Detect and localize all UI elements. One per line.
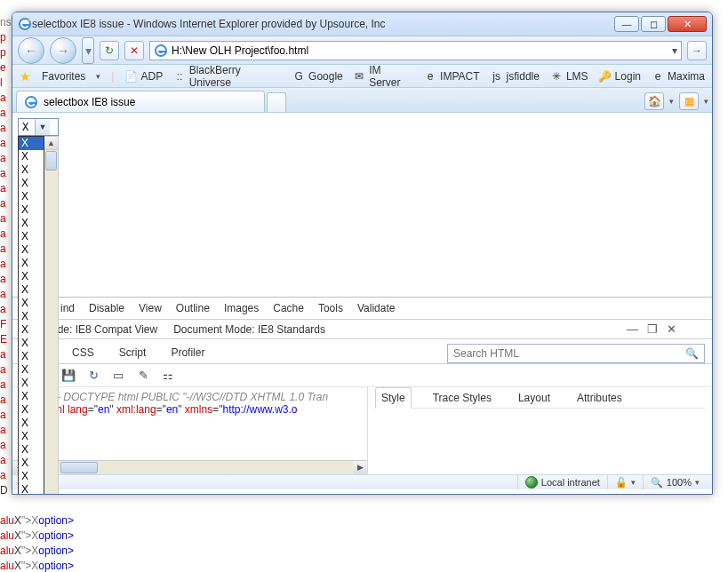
devtools-menu-item[interactable]: Validate bbox=[357, 302, 395, 314]
go-button[interactable]: → bbox=[687, 41, 707, 60]
devtools-search[interactable]: 🔍 bbox=[447, 344, 705, 363]
favorite-link[interactable]: GGoogle bbox=[292, 64, 343, 89]
page-tab[interactable]: selectbox IE8 issue bbox=[16, 91, 265, 112]
devtools-unpin-icon[interactable]: ❐ bbox=[647, 322, 658, 336]
browser-mode-value[interactable]: IE8 Compat View bbox=[76, 323, 158, 336]
save-icon[interactable]: 💾 bbox=[60, 369, 76, 382]
address-bar[interactable]: ▾ bbox=[149, 41, 682, 60]
style-tab[interactable]: Layout bbox=[513, 388, 556, 408]
ie-icon bbox=[18, 17, 32, 31]
devtools-minimize-icon[interactable]: — bbox=[627, 322, 638, 336]
devtools-tab[interactable]: Profiler bbox=[159, 342, 216, 363]
refresh-icon[interactable]: ↻ bbox=[85, 369, 101, 382]
devtools-menu-item[interactable]: Outline bbox=[176, 302, 210, 314]
url-input[interactable] bbox=[172, 44, 668, 57]
select-arrow-icon[interactable]: ▼ bbox=[35, 119, 50, 135]
back-button[interactable]: ← bbox=[18, 37, 44, 64]
devtools-menu-item[interactable]: ind bbox=[60, 302, 75, 314]
select-option[interactable]: X bbox=[19, 403, 44, 417]
select-option[interactable]: X bbox=[19, 337, 44, 350]
select-option[interactable]: X bbox=[19, 297, 44, 310]
select-option[interactable]: X bbox=[19, 443, 44, 457]
select-option[interactable]: X bbox=[19, 430, 44, 443]
devtools-menu-item[interactable]: Tools bbox=[318, 302, 343, 314]
devtools-menu-item[interactable]: Images bbox=[224, 302, 259, 314]
scroll-thumb[interactable] bbox=[45, 151, 57, 171]
select-option[interactable]: X bbox=[19, 177, 44, 190]
devtools-menu-item[interactable]: Cache bbox=[273, 302, 304, 314]
select-option[interactable]: X bbox=[19, 350, 44, 363]
favorite-link[interactable]: ✳LMS bbox=[550, 64, 588, 89]
favorite-link[interactable]: ::BlackBerry Universe bbox=[173, 64, 282, 89]
horizontal-scrollbar[interactable]: ◀ ▶ bbox=[12, 460, 367, 474]
feeds-button[interactable]: ▦ bbox=[679, 92, 699, 110]
favorites-star-icon[interactable]: ★ bbox=[20, 69, 31, 83]
select-option[interactable]: X bbox=[19, 137, 44, 150]
search-icon[interactable]: 🔍 bbox=[685, 347, 699, 360]
select-option[interactable]: X bbox=[19, 377, 44, 390]
select-option[interactable]: X bbox=[19, 323, 44, 337]
select-option[interactable]: X bbox=[19, 150, 44, 163]
search-input[interactable] bbox=[453, 347, 685, 360]
select-option[interactable]: X bbox=[19, 230, 44, 243]
favorite-link[interactable]: jsjsfiddle bbox=[491, 64, 540, 89]
close-button[interactable]: ✕ bbox=[668, 16, 707, 32]
home-button[interactable]: 🏠 bbox=[644, 92, 664, 110]
minimize-button[interactable]: — bbox=[614, 16, 639, 32]
maximize-button[interactable]: ◻ bbox=[641, 16, 666, 32]
protected-mode[interactable]: 🔓▾ bbox=[607, 475, 643, 489]
feeds-dropdown[interactable]: ▾ bbox=[704, 97, 708, 106]
scroll-up-icon[interactable]: ▲ bbox=[44, 137, 58, 150]
favorite-link[interactable]: eMaxima bbox=[652, 64, 705, 89]
style-tab[interactable]: Style bbox=[375, 387, 412, 409]
select-option[interactable]: X bbox=[19, 457, 44, 470]
select-option[interactable]: X bbox=[19, 163, 44, 177]
favorites-dropdown-icon[interactable]: ▾ bbox=[96, 72, 100, 81]
select-option[interactable]: X bbox=[19, 310, 44, 323]
devtools-html-pane[interactable]: -- DOCTYPE html PUBLIC "-//W3C//DTD XHTM… bbox=[12, 387, 368, 474]
favorite-link[interactable]: eIMPACT bbox=[424, 64, 479, 89]
select-option[interactable]: X bbox=[19, 190, 44, 203]
clear-icon[interactable]: ⚏ bbox=[160, 369, 176, 382]
devtools-tab[interactable]: CSS bbox=[60, 342, 106, 363]
select-option[interactable]: X bbox=[19, 283, 44, 297]
devtools-close-icon[interactable]: ✕ bbox=[667, 322, 676, 336]
stop-button[interactable]: ✕ bbox=[124, 41, 144, 60]
select-option[interactable]: X bbox=[19, 390, 44, 403]
zoom-control[interactable]: 🔍 100% ▾ bbox=[643, 475, 707, 489]
select-option[interactable]: X bbox=[19, 470, 44, 483]
forward-button[interactable]: → bbox=[50, 37, 76, 64]
element-select-icon[interactable]: ▭ bbox=[110, 369, 126, 382]
new-tab-button[interactable] bbox=[267, 92, 286, 112]
devtools-menu-item[interactable]: View bbox=[139, 302, 162, 314]
select-option[interactable]: X bbox=[19, 257, 44, 270]
devtools-tab[interactable]: Script bbox=[108, 342, 158, 363]
select-option[interactable]: X bbox=[19, 363, 44, 377]
scroll-thumb[interactable] bbox=[60, 462, 98, 473]
select-dropdown[interactable]: XXXXXXXXXXXXXXXXXXXXXXXXXXXXXX bbox=[18, 136, 44, 495]
scroll-right-icon[interactable]: ▶ bbox=[353, 461, 367, 474]
style-tab[interactable]: Attributes bbox=[572, 388, 628, 408]
scroll-track[interactable] bbox=[44, 171, 58, 495]
security-zone[interactable]: Local intranet bbox=[517, 475, 607, 489]
select-option[interactable]: X bbox=[19, 483, 44, 495]
select-option[interactable]: X bbox=[19, 243, 44, 257]
select-option[interactable]: X bbox=[19, 417, 44, 430]
favorite-link[interactable]: 🔑Login bbox=[599, 64, 641, 89]
select-option[interactable]: X bbox=[19, 203, 44, 217]
dropdown-scrollbar[interactable]: ▲ ▼ bbox=[44, 136, 59, 495]
edit-icon[interactable]: ✎ bbox=[135, 369, 151, 382]
doc-mode-value[interactable]: IE8 Standards bbox=[258, 323, 325, 336]
refresh-button[interactable]: ↻ bbox=[100, 41, 119, 60]
favorites-label[interactable]: Favorites bbox=[42, 70, 85, 83]
url-dropdown-icon[interactable]: ▾ bbox=[672, 44, 677, 57]
style-tab[interactable]: Trace Styles bbox=[428, 388, 497, 408]
home-dropdown[interactable]: ▾ bbox=[669, 97, 674, 106]
devtools-menu-item[interactable]: Disable bbox=[89, 302, 124, 314]
select-option[interactable]: X bbox=[19, 217, 44, 230]
select-option[interactable]: X bbox=[19, 270, 44, 283]
favorite-link[interactable]: 📄ADP bbox=[124, 64, 163, 89]
select-box[interactable]: X ▼ bbox=[18, 118, 59, 136]
recent-pages-button[interactable]: ▾ bbox=[82, 37, 94, 64]
favorite-link[interactable]: ✉IM Server bbox=[354, 64, 413, 89]
